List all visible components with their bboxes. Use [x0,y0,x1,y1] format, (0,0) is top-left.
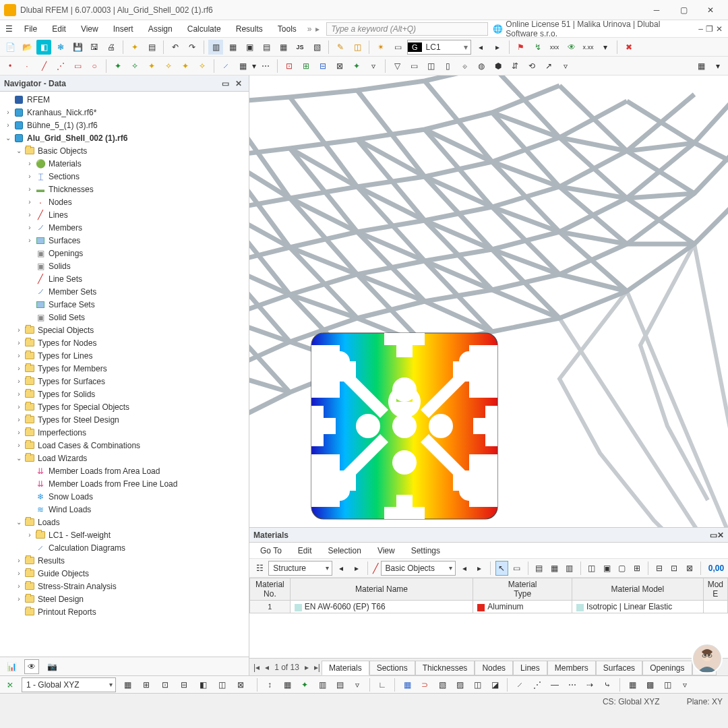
globe-icon[interactable]: 🌐 [491,22,504,36]
grp10-icon[interactable]: ▿ [558,59,573,73]
node2-icon[interactable]: · [20,59,34,73]
mat-next2-icon[interactable]: ▸ [473,561,485,576]
bt-s2-icon[interactable]: ▨ [452,677,467,692]
cs-b4-icon[interactable]: ⊟ [177,677,191,692]
tree-item[interactable]: ▣Openings [0,247,249,260]
doc-minimize-icon[interactable]: – [698,24,703,34]
avatar[interactable] [692,643,723,674]
tree-item[interactable]: ⟋Member Sets [0,285,249,298]
filter-icon[interactable]: ▽ [390,59,404,73]
layout-3-icon[interactable]: ▦ [276,40,291,55]
close-button[interactable]: ✕ [697,1,724,20]
th-mod[interactable]: Mod E [703,578,727,601]
open-icon[interactable]: 📂 [20,40,34,55]
th-name[interactable]: Material Name [290,578,473,601]
axes-icon[interactable]: ⤪ [3,677,18,692]
tree-item[interactable]: ›Types for Solids [0,388,249,400]
spark-icon[interactable]: ✴ [373,40,388,55]
layout-1-icon[interactable]: ▣ [242,40,257,55]
nav-tab-eye-icon[interactable]: 👁 [24,659,39,674]
tab-members[interactable]: Members [547,661,596,675]
bt5-icon[interactable]: ▤ [332,677,347,692]
flag-red-icon[interactable]: ⚑ [514,40,528,55]
pick2-icon[interactable]: ◫ [350,40,365,55]
more-icon[interactable]: ▾ [710,59,725,73]
spark-g2-icon[interactable]: ✧ [127,59,142,73]
bt-w3-icon[interactable]: ◫ [660,677,675,692]
mat-b3-icon[interactable]: ▥ [563,561,575,576]
node-icon[interactable]: • [3,59,18,73]
grp6-icon[interactable]: ⬢ [491,59,506,73]
new-icon[interactable]: 📄 [3,40,18,55]
tree-item[interactable]: ⌄Load Wizards [0,452,249,464]
tree-item[interactable]: ›Results [0,554,249,567]
th-model[interactable]: Material Model [572,578,704,601]
pick-icon[interactable]: ✎ [333,40,348,55]
grp3-icon[interactable]: ▯ [440,59,455,73]
tree-item[interactable]: ⌄Alu_Grid_Shell_002 (1).rf6 [0,131,249,144]
tree-item[interactable]: ⟋Calculation Diagrams [0,541,249,554]
tab-nodes[interactable]: Nodes [475,661,513,675]
bt-angle-icon[interactable]: ∟ [375,677,390,692]
mix4-icon[interactable]: ⊠ [332,59,347,73]
layout-4-icon[interactable]: ▧ [309,40,324,55]
nav-tab-chart-icon[interactable]: 📊 [4,659,19,674]
tree-item[interactable]: ›⟋Members [0,221,249,234]
rect-icon[interactable]: ▭ [70,59,85,73]
bt-w1-icon[interactable]: ▦ [625,677,640,692]
menu-insert[interactable]: Insert [107,22,140,36]
mat-b5-icon[interactable]: ▣ [601,561,613,576]
nav-tab-cam-icon[interactable]: 📷 [44,659,59,674]
materials-close-icon[interactable]: ✕ [717,530,724,540]
tree-item[interactable]: RFEM [0,93,249,106]
tree-item[interactable]: ›🟢Materials [0,157,249,170]
doc-restore-icon[interactable]: ❐ [706,24,713,34]
viewport-canvas[interactable]: Materials ▭ ✕ Go To Edit Selection View … [249,75,728,675]
navigator-close-icon[interactable]: ✕ [233,78,245,90]
bt-v2-icon[interactable]: ⋰ [530,677,545,692]
th-type[interactable]: Material Type [473,578,572,601]
undo-icon[interactable]: ↶ [168,40,183,55]
bt6-icon[interactable]: ▿ [350,677,365,692]
line2-icon[interactable]: ⋰ [53,59,68,73]
print-icon[interactable]: 🖨 [104,40,119,55]
mat-next-icon[interactable]: ▸ [350,561,362,576]
page-prev-icon[interactable]: ◂ [264,663,270,672]
menu-results[interactable]: Results [229,22,270,36]
tree-item[interactable]: ›·Nodes [0,195,249,208]
redo-icon[interactable]: ↷ [185,40,200,55]
coord-system-combo[interactable]: 1 - Global XYZ [22,677,116,692]
tree-item[interactable]: ›▬Thicknesses [0,183,249,195]
sync-icon[interactable]: ❃ [53,40,68,55]
page-first-icon[interactable]: |◂ [252,663,261,672]
bt-w2-icon[interactable]: ▩ [642,677,657,692]
doc-close-icon[interactable]: ✕ [716,24,723,34]
navigator-tree[interactable]: RFEM›Kranhaus_Nick.rf6*›Bühne_5_(1) (3).… [0,92,249,657]
mat-prev2-icon[interactable]: ◂ [458,561,471,576]
mat-combo-structure[interactable]: Structure [268,561,332,576]
cancel-icon[interactable]: ✖ [621,40,636,55]
tab-thicknesses[interactable]: Thicknesses [415,661,475,675]
grp9-icon[interactable]: ↗ [541,59,556,73]
bt1-icon[interactable]: ↕ [262,677,277,692]
tree-item[interactable]: ≋Wind Loads [0,503,249,516]
layout-2-icon[interactable]: ▤ [259,40,274,55]
tree-item[interactable]: ›Imperfections [0,426,249,439]
mix5-icon[interactable]: ✦ [349,59,364,73]
tab-lines[interactable]: Lines [513,661,547,675]
bt-v3-icon[interactable]: — [547,677,562,692]
doc-icon[interactable]: ▤ [144,40,159,55]
gridpanel-icon[interactable]: ▦ [694,59,708,73]
mat-menu-goto[interactable]: Go To [253,544,289,557]
tree-item[interactable]: ›Types for Steel Design [0,413,249,426]
menu-file[interactable]: File [18,22,44,36]
tree-item[interactable]: ›╱Lines [0,208,249,221]
grp2-icon[interactable]: ◫ [423,59,438,73]
navigator-pin-icon[interactable]: ▭ [219,78,231,90]
tab-surfaces[interactable]: Surfaces [596,661,642,675]
tree-item[interactable]: Surface Sets [0,298,249,311]
mat-b1-icon[interactable]: ▤ [533,561,545,576]
mat-b7-icon[interactable]: ⊞ [631,561,643,576]
bt-s4-icon[interactable]: ◪ [487,677,502,692]
down-icon[interactable]: ▾ [252,61,256,71]
